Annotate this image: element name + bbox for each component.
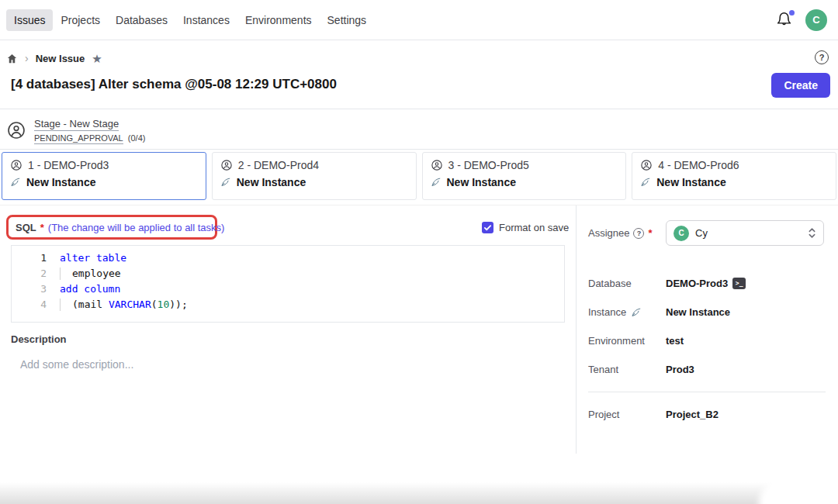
bookmark-star-icon[interactable]: ★ [92, 53, 102, 64]
description-label: Description [11, 333, 67, 345]
task-title: 1 - DEMO-Prod3 [28, 159, 109, 171]
sql-label: SQL [16, 222, 36, 233]
assignee-label-row: Assignee ? * [588, 227, 653, 239]
task-instance: New Instance [447, 176, 516, 188]
assignee-value: Cy [695, 227, 708, 239]
breadcrumb-current: New Issue [36, 53, 85, 64]
person-circle-icon [220, 159, 233, 171]
format-on-save-toggle[interactable]: Format on save [482, 222, 569, 233]
task-instance: New Instance [656, 176, 725, 188]
nav-items: Issues Projects Databases Instances Envi… [6, 9, 374, 31]
environment-value: test [666, 335, 684, 347]
task-title: 3 - DEMO-Prod5 [448, 159, 529, 171]
sql-text: ( [151, 299, 158, 310]
database-label: Database [588, 278, 666, 289]
sql-text: (mail [72, 299, 109, 310]
stage-section: Stage - New Stage PENDING_APPROVAL (0/4) [6, 116, 145, 144]
task-cards: 1 - DEMO-Prod3 New Instance 2 - DEMO-Pro… [0, 152, 838, 200]
nav-item-settings[interactable]: Settings [320, 9, 375, 31]
stage-status: PENDING_APPROVAL [34, 133, 123, 144]
divider [0, 149, 838, 150]
sql-number: 10 [158, 299, 170, 310]
divider [0, 109, 838, 109]
task-title: 2 - DEMO-Prod4 [238, 159, 319, 171]
environment-label: Environment [588, 335, 666, 347]
create-button[interactable]: Create [771, 73, 830, 98]
sql-keyword: add column [60, 283, 120, 295]
code-line: 4 (mail VARCHAR(10)); [12, 297, 564, 312]
sidebar-vertical-divider [576, 205, 577, 454]
assignee-label: Assignee [588, 227, 629, 239]
task-card-3[interactable]: 3 - DEMO-Prod5 New Instance [422, 152, 627, 200]
project-label: Project [588, 409, 666, 420]
format-on-save-checkbox[interactable] [482, 222, 493, 233]
line-number: 1 [12, 250, 54, 266]
stage-name-link[interactable]: Stage - New Stage [34, 118, 119, 131]
project-value: Project_B2 [666, 409, 719, 420]
stage-progress: (0/4) [128, 133, 146, 143]
sql-text: )); [169, 299, 187, 310]
task-instance: New Instance [26, 176, 95, 188]
sql-identifier: employee [72, 268, 121, 279]
dolphin-icon [631, 307, 642, 318]
line-number: 2 [12, 266, 54, 281]
assignee-select[interactable]: C Cy [666, 220, 824, 246]
assignee-avatar: C [674, 226, 689, 241]
breadcrumb: › New Issue ★ [6, 45, 102, 71]
nav-item-instances[interactable]: Instances [175, 9, 237, 31]
nav-item-issues[interactable]: Issues [6, 9, 53, 31]
nav-item-databases[interactable]: Databases [108, 9, 175, 31]
task-title: 4 - DEMO-Prod6 [658, 159, 739, 171]
field-row-project: Project Project_B2 [588, 409, 826, 420]
field-row-instance: Instance New Instance [588, 306, 826, 318]
terminal-icon[interactable]: >_ [732, 278, 746, 289]
instance-value: New Instance [666, 306, 730, 318]
chevron-up-down-icon [808, 226, 816, 240]
page-title: [4 databases] Alter schema @05-08 12:29 … [11, 77, 337, 92]
bottom-shadow [0, 482, 838, 504]
line-number: 4 [12, 297, 54, 312]
format-on-save-label: Format on save [499, 222, 569, 233]
dolphin-icon [640, 177, 651, 188]
dolphin-icon [431, 177, 442, 188]
dolphin-icon [10, 177, 21, 188]
task-instance: New Instance [237, 176, 306, 188]
code-line: 3 add column [12, 281, 564, 297]
check-icon [483, 223, 492, 232]
notification-dot [789, 10, 795, 16]
stage-person-icon [6, 120, 26, 140]
dolphin-icon [220, 177, 231, 188]
home-icon[interactable] [6, 53, 18, 64]
task-card-4[interactable]: 4 - DEMO-Prod6 New Instance [632, 152, 836, 200]
description-input[interactable]: Add some description... [20, 358, 133, 371]
bottom-shadow-corner [759, 479, 838, 504]
code-line: 1 alter table [12, 250, 564, 266]
divider [588, 392, 826, 392]
sql-keyword: VARCHAR [109, 299, 151, 310]
instance-label: Instance [588, 306, 626, 318]
person-circle-icon [10, 159, 23, 171]
person-circle-icon [640, 159, 653, 171]
nav-item-projects[interactable]: Projects [53, 9, 108, 31]
sql-hint: (The change will be applied to all tasks… [48, 222, 225, 233]
line-number: 3 [12, 281, 54, 297]
sql-editor[interactable]: 1 alter table 2 employee 3 add column 4 … [11, 245, 565, 323]
user-avatar[interactable]: C [805, 9, 827, 31]
task-card-1[interactable]: 1 - DEMO-Prod3 New Instance [2, 152, 206, 200]
person-circle-icon [431, 159, 443, 171]
required-asterisk: * [648, 227, 652, 239]
nav-item-environments[interactable]: Environments [237, 9, 320, 31]
help-icon[interactable]: ? [815, 50, 829, 64]
notification-bell-icon[interactable] [776, 12, 793, 29]
task-card-2[interactable]: 2 - DEMO-Prod4 New Instance [212, 152, 417, 200]
tenant-value: Prod3 [666, 364, 694, 375]
assignee-help-icon[interactable]: ? [633, 228, 644, 239]
tenant-label: Tenant [588, 364, 666, 375]
field-row-environment: Environment test [588, 335, 826, 347]
code-line: 2 employee [12, 266, 564, 281]
sql-label-annotation: SQL* (The change will be applied to all … [6, 215, 217, 240]
field-row-database: Database DEMO-Prod3 >_ [588, 278, 826, 289]
required-asterisk: * [40, 222, 44, 233]
field-row-tenant: Tenant Prod3 [588, 364, 826, 375]
divider [0, 205, 838, 205]
